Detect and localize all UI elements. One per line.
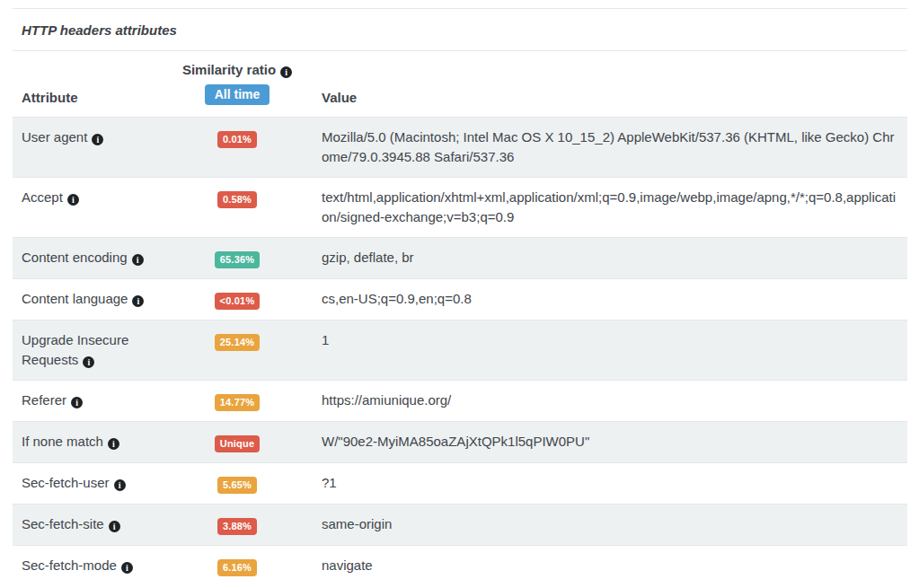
value-cell: navigate [291,556,907,575]
attribute-cell: User agent [13,127,183,147]
similarity-badge: Unique [215,435,260,452]
attribute-label: Referer [22,392,66,408]
value-cell: text/html,application/xhtml+xml,applicat… [291,188,907,227]
attribute-cell: Sec-fetch-mode [13,556,183,575]
value-cell: same-origin [291,514,907,534]
column-header-similarity: Similarity ratio All time [183,62,291,105]
attribute-label: Sec-fetch-mode [22,557,117,573]
info-icon[interactable] [109,521,120,532]
attribute-label: If none match [22,434,103,449]
value-cell: cs,en-US;q=0.9,en;q=0.8 [291,289,907,309]
similarity-badge: 3.88% [217,518,257,535]
panel-title: HTTP headers attributes [13,9,907,51]
attribute-cell: Content encoding [13,248,183,268]
table-row: If none match Unique W/"90e2-MyiMA85oaZA… [13,421,907,462]
attribute-cell: Content language [13,289,183,309]
attribute-cell: Sec-fetch-site [13,514,183,534]
table-row: User agent 0.01% Mozilla/5.0 (Macintosh;… [13,117,907,177]
attribute-cell: Referer [13,391,183,410]
info-icon[interactable] [71,397,83,408]
table-body: User agent 0.01% Mozilla/5.0 (Macintosh;… [13,117,907,586]
table-header-row: Attribute Similarity ratio All time Valu… [13,51,907,117]
similarity-badge: 14.77% [215,394,261,411]
all-time-period-button[interactable]: All time [205,84,270,105]
table-row: Sec-fetch-user 5.65% ?1 [13,462,907,504]
attribute-label: User agent [22,129,87,145]
similarity-badge: 25.14% [215,334,261,351]
info-icon[interactable] [83,356,94,368]
attribute-label: Sec-fetch-site [22,516,104,531]
attribute-label: Accept [22,189,63,205]
info-icon[interactable] [114,479,126,491]
info-icon[interactable] [108,438,119,450]
attribute-label: Upgrade Insecure Requests [22,332,128,367]
table-row: Referer 14.77% https://amiunique.org/ [13,380,907,421]
attribute-label: Content language [22,291,128,306]
info-icon[interactable] [67,194,79,206]
similarity-badge: 0.01% [217,131,257,148]
http-headers-panel: HTTP headers attributes Attribute Simila… [13,8,907,586]
table-row: Content encoding 65.36% gzip, deflate, b… [13,237,907,278]
attribute-cell: Upgrade Insecure Requests [13,330,183,370]
similarity-badge: 0.58% [217,191,257,208]
table-row: Accept 0.58% text/html,application/xhtml… [13,177,907,237]
value-cell: W/"90e2-MyiMA85oaZAjXtQPk1l5qPIW0PU" [291,432,907,452]
attribute-cell: If none match [13,432,183,452]
info-icon[interactable] [92,134,103,145]
attribute-label: Content encoding [22,250,128,265]
info-icon[interactable] [132,254,144,266]
value-cell: Mozilla/5.0 (Macintosh; Intel Mac OS X 1… [291,127,907,167]
table-row: Content language <0.01% cs,en-US;q=0.9,e… [13,278,907,320]
value-cell: gzip, deflate, br [291,248,907,268]
similarity-badge: 65.36% [215,251,261,268]
info-icon[interactable] [121,562,133,574]
similarity-badge: <0.01% [215,293,261,310]
table-row: Sec-fetch-mode 6.16% navigate [13,545,907,586]
column-header-value: Value [291,62,907,105]
attribute-cell: Sec-fetch-user [13,473,183,493]
table-row: Sec-fetch-site 3.88% same-origin [13,504,907,545]
similarity-badge: 6.16% [217,559,257,576]
info-icon[interactable] [132,295,144,307]
column-header-attribute: Attribute [13,62,183,105]
attribute-cell: Accept [13,188,183,207]
value-cell: 1 [291,330,907,350]
value-cell: ?1 [291,473,907,493]
table-row: Upgrade Insecure Requests 25.14% 1 [13,320,907,380]
similarity-badge: 5.65% [217,477,257,494]
value-cell: https://amiunique.org/ [291,391,907,410]
similarity-ratio-label: Similarity ratio [182,62,276,77]
attribute-label: Sec-fetch-user [22,475,110,490]
